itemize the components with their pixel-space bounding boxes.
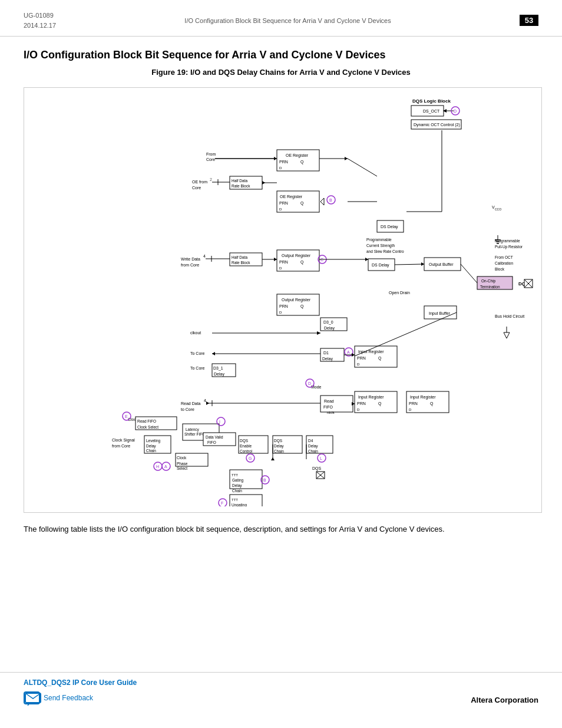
svg-text:Dynamic OCT Control (2): Dynamic OCT Control (2) bbox=[414, 123, 460, 127]
svg-text:To Core: To Core bbox=[190, 366, 205, 370]
header-title: I/O Configuration Block Bit Sequence for… bbox=[56, 17, 520, 24]
page-header: UG-01089 2014.12.17 I/O Configuration Bl… bbox=[0, 0, 562, 37]
svg-text:Enable: Enable bbox=[240, 444, 252, 448]
svg-text:PRN: PRN bbox=[279, 304, 288, 308]
svg-text:Current Strength: Current Strength bbox=[366, 243, 395, 248]
svg-text:Half Data: Half Data bbox=[232, 179, 247, 183]
svg-text:rdclk: rdclk bbox=[327, 411, 335, 414]
svg-text:D: D bbox=[357, 408, 360, 411]
svg-text:FIFO: FIFO bbox=[323, 405, 333, 409]
svg-text:and Slew Rate Contro: and Slew Rate Contro bbox=[366, 249, 404, 253]
feedback-icon bbox=[24, 691, 40, 704]
svg-text:D: D bbox=[357, 363, 360, 366]
svg-marker-218 bbox=[504, 332, 510, 338]
svg-text:Read: Read bbox=[324, 399, 334, 403]
svg-text:Rate Block: Rate Block bbox=[232, 261, 250, 265]
svg-text:Rate Block: Rate Block bbox=[232, 184, 250, 188]
svg-text:Select: Select bbox=[177, 466, 187, 470]
svg-marker-210 bbox=[271, 457, 275, 460]
svg-line-196 bbox=[348, 159, 377, 176]
svg-marker-115 bbox=[206, 401, 209, 405]
svg-text:PRN: PRN bbox=[357, 356, 366, 360]
svg-text:Chain: Chain bbox=[232, 489, 242, 493]
svg-text:Q: Q bbox=[300, 304, 304, 309]
description-text: The following table lists the I/O config… bbox=[24, 523, 538, 536]
svg-text:Open Drain: Open Drain bbox=[389, 291, 410, 295]
svg-text:D: D bbox=[308, 381, 311, 386]
svg-text:PRN: PRN bbox=[279, 201, 288, 205]
svg-text:CCO: CCO bbox=[495, 207, 501, 211]
svg-text:to Core: to Core bbox=[181, 407, 194, 411]
svg-text:D: D bbox=[279, 166, 282, 170]
svg-text:Read FIFO: Read FIFO bbox=[137, 419, 156, 423]
svg-text:Clock: Clock bbox=[177, 456, 187, 460]
svg-text:from Core: from Core bbox=[112, 444, 130, 448]
svg-text:Phase: Phase bbox=[177, 462, 188, 466]
svg-text:4: 4 bbox=[203, 254, 206, 258]
svg-text:Delay: Delay bbox=[232, 483, 242, 488]
svg-text:B: B bbox=[329, 198, 332, 202]
svg-text:Calibration: Calibration bbox=[495, 261, 513, 265]
svg-text:Clock Select: Clock Select bbox=[137, 425, 158, 429]
svg-text:I: I bbox=[219, 420, 220, 424]
svg-text:Ungating: Ungating bbox=[232, 503, 247, 506]
svg-text:OE from: OE from bbox=[192, 180, 207, 184]
svg-line-220 bbox=[28, 703, 29, 706]
svg-text:Chain: Chain bbox=[274, 449, 284, 453]
svg-text:Delay: Delay bbox=[214, 372, 224, 377]
svg-text:PRN: PRN bbox=[409, 401, 418, 406]
svg-text:Mode: Mode bbox=[311, 385, 322, 389]
svg-text:TTT: TTT bbox=[232, 473, 238, 477]
svg-text:Data Valid: Data Valid bbox=[206, 435, 223, 439]
guide-link[interactable]: ALTDQ_DQS2 IP Core User Guide bbox=[24, 678, 137, 687]
svg-line-202 bbox=[461, 264, 477, 283]
send-feedback[interactable]: Send Feedback bbox=[24, 691, 137, 704]
svg-text:Pull-Up Resistor: Pull-Up Resistor bbox=[495, 245, 523, 249]
svg-text:Shifter FIFO: Shifter FIFO bbox=[184, 432, 205, 436]
svg-text:DQS: DQS bbox=[312, 466, 322, 471]
svg-line-200 bbox=[395, 264, 424, 265]
svg-text:G: G bbox=[249, 456, 252, 460]
svg-text:Delay: Delay bbox=[322, 357, 333, 361]
svg-text:From OCT: From OCT bbox=[495, 255, 513, 259]
page-footer: ALTDQ_DQS2 IP Core User Guide Send Feedb… bbox=[0, 672, 562, 710]
svg-marker-201 bbox=[421, 262, 424, 266]
svg-text:D3_1: D3_1 bbox=[213, 366, 223, 371]
svg-text:B: B bbox=[263, 478, 266, 482]
svg-text:L: L bbox=[320, 456, 322, 460]
svg-text:H: H bbox=[156, 465, 159, 469]
svg-text:Core: Core bbox=[206, 157, 215, 162]
svg-text:4: 4 bbox=[204, 398, 206, 403]
svg-text:PRN: PRN bbox=[279, 160, 288, 164]
svg-text:TTT: TTT bbox=[232, 498, 238, 502]
svg-text:OE Register: OE Register bbox=[286, 153, 309, 158]
svg-text:Read Data: Read Data bbox=[181, 401, 201, 406]
svg-line-203 bbox=[355, 312, 457, 356]
page-number: 53 bbox=[520, 15, 538, 26]
svg-text:Q: Q bbox=[300, 201, 304, 206]
svg-text:Chain: Chain bbox=[146, 449, 156, 453]
svg-text:D: D bbox=[279, 207, 282, 211]
svg-text:Latency: Latency bbox=[186, 427, 200, 432]
svg-text:Block: Block bbox=[495, 267, 505, 271]
svg-text:DS Delay: DS Delay bbox=[372, 263, 389, 268]
svg-text:Gating: Gating bbox=[232, 478, 244, 483]
svg-marker-89 bbox=[317, 331, 320, 335]
doc-date: 2014.12.17 bbox=[24, 21, 56, 31]
svg-text:from Core: from Core bbox=[181, 263, 199, 267]
svg-text:DS Delay: DS Delay bbox=[381, 225, 398, 229]
svg-text:Q: Q bbox=[430, 401, 434, 406]
svg-text:Half Data: Half Data bbox=[232, 255, 247, 259]
svg-text:PRN: PRN bbox=[357, 401, 366, 406]
svg-text:On-Chip: On-Chip bbox=[481, 279, 496, 284]
svg-text:DQS Logic Block: DQS Logic Block bbox=[412, 98, 451, 104]
svg-text:Input Register: Input Register bbox=[358, 350, 384, 354]
svg-text:Delay: Delay bbox=[274, 444, 284, 449]
footer-left: ALTDQ_DQS2 IP Core User Guide Send Feedb… bbox=[24, 678, 137, 704]
svg-rect-116 bbox=[320, 396, 353, 412]
svg-text:Write Data: Write Data bbox=[181, 257, 200, 261]
svg-text:Delay: Delay bbox=[146, 444, 156, 449]
svg-text:Q: Q bbox=[378, 401, 382, 406]
svg-text:FIFO: FIFO bbox=[207, 440, 216, 444]
company-name: Altera Corporation bbox=[471, 696, 538, 704]
